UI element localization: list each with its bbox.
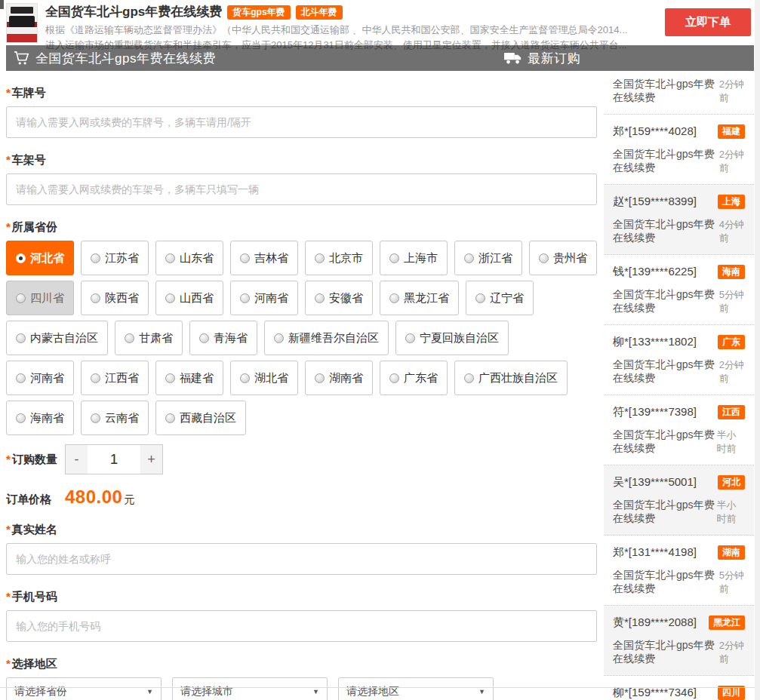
province-option[interactable]: 山西省 [155, 281, 223, 315]
province-option[interactable]: 云南省 [81, 401, 149, 435]
province-badge: 黑龙江 [709, 616, 745, 630]
radio-icon [165, 293, 175, 303]
quantity-increase-button[interactable]: + [140, 444, 163, 474]
district-select[interactable]: 请选择地区 ▼ [338, 677, 494, 700]
radio-icon [91, 413, 100, 423]
order-buyer: 吴*[139****5001] [613, 475, 697, 490]
order-now-button[interactable]: 立即下单 [665, 8, 751, 36]
product-logo-image [6, 3, 38, 43]
quantity-row: *订购数量 - 1 + [6, 444, 597, 474]
province-option[interactable]: 贵州省 [529, 241, 597, 275]
province-option[interactable]: 甘肃省 [115, 321, 183, 355]
province-option[interactable]: 海南省 [6, 401, 74, 435]
required-mark: * [6, 220, 11, 233]
radio-icon [539, 253, 549, 263]
price-value: 480.00 [65, 487, 122, 508]
province-option[interactable]: 西藏自治区 [155, 401, 246, 435]
quantity-value[interactable]: 1 [88, 444, 140, 474]
header-text-block: 全国货车北斗gps年费在线续费 货车gps年费 北斗年费 根据《道路运输车辆动态… [45, 3, 752, 51]
province-option[interactable]: 北京市 [305, 241, 373, 275]
province-option[interactable]: 广西壮族自治区 [454, 361, 568, 395]
radio-icon [91, 253, 100, 263]
main-content: *车牌号 *车架号 *所属省份 河北省 江苏省 山东省 吉林省 北京市 上海市 … [6, 71, 754, 700]
province-option[interactable]: 辽宁省 [466, 281, 534, 315]
required-mark: * [6, 86, 11, 99]
province-badge: 海南 [718, 265, 745, 279]
order-buyer: 黄*[189****2088] [613, 616, 697, 630]
province-option[interactable]: 黑龙江省 [380, 281, 459, 315]
product-header: 全国货车北斗gps年费在线续费 货车gps年费 北斗年费 根据《道路运输车辆动态… [0, 0, 760, 51]
radio-icon [389, 253, 399, 263]
phone-label: *手机号码 [6, 590, 597, 603]
province-option[interactable]: 山东省 [155, 241, 223, 275]
price-unit: 元 [124, 493, 134, 507]
province-option[interactable]: 吉林省 [230, 241, 298, 275]
province-option[interactable]: 新疆维吾尔自治区 [264, 321, 389, 355]
province-row-5: 海南省 云南省 西藏自治区 [6, 401, 597, 435]
province-row-3: 内蒙古自治区 甘肃省 青海省 新疆维吾尔自治区 宁夏回族自治区 [6, 321, 597, 355]
real-name-input[interactable] [6, 543, 597, 575]
radio-icon [16, 253, 26, 263]
order-item: 吴*[139****5001] 河北 全国货车北斗gps年费在线续费 半小时前 [604, 465, 754, 536]
phone-input[interactable] [6, 610, 597, 642]
province-option[interactable]: 福建省 [155, 361, 223, 395]
cart-icon [14, 51, 30, 66]
vin-label: *车架号 [6, 153, 597, 167]
plate-number-input[interactable] [6, 106, 597, 138]
radio-icon [16, 373, 26, 383]
radio-icon [315, 293, 325, 303]
province-option[interactable]: 上海市 [380, 241, 448, 275]
province-option[interactable]: 湖南省 [305, 361, 373, 395]
price-label: 订单价格 [6, 493, 65, 507]
order-time: 4分钟前 [719, 218, 745, 245]
province-row-2: 四川省 陕西省 山西省 河南省 安徽省 黑龙江省 辽宁省 [6, 281, 597, 315]
city-select[interactable]: 请选择城市 ▼ [172, 677, 328, 700]
province-option-sichuan-hover[interactable]: 四川省 [6, 281, 74, 315]
radio-icon [240, 373, 250, 383]
order-item: 郑*[159****4028] 福建 全国货车北斗gps年费在线续费 2分钟前 [604, 115, 754, 185]
province-option[interactable]: 陕西省 [81, 281, 149, 315]
order-buyer: 郑*[159****4028] [613, 124, 697, 139]
province-row-1: 河北省 江苏省 山东省 吉林省 北京市 上海市 浙江省 贵州省 [6, 241, 597, 275]
chevron-down-icon: ▼ [478, 688, 485, 695]
radio-icon [240, 293, 250, 303]
province-badge: 福建 [718, 124, 745, 139]
order-time: 半小时前 [716, 428, 745, 456]
radio-icon [405, 333, 415, 343]
order-time: 2分钟前 [719, 358, 745, 385]
order-buyer: 柳*[133****1802] [613, 335, 697, 349]
order-time: 2分钟前 [719, 78, 745, 105]
region-label: *选择地区 [6, 657, 597, 671]
province-option[interactable]: 广东省 [380, 361, 448, 395]
radio-icon [91, 373, 100, 383]
province-option[interactable]: 河南省 [6, 361, 74, 395]
order-time: 5分钟前 [719, 288, 745, 315]
province-option[interactable]: 江苏省 [81, 241, 149, 275]
province-badge: 江西 [718, 405, 745, 419]
page-title: 全国货车北斗gps年费在线续费 [45, 3, 222, 21]
province-option[interactable]: 江西省 [81, 361, 149, 395]
province-option-hebei-selected[interactable]: 河北省 [6, 241, 74, 275]
province-option[interactable]: 内蒙古自治区 [6, 321, 108, 355]
radio-icon [274, 333, 284, 343]
province-option[interactable]: 青海省 [189, 321, 257, 355]
required-mark: * [6, 590, 11, 603]
province-option[interactable]: 安徽省 [305, 281, 373, 315]
quantity-decrease-button[interactable]: - [65, 444, 88, 474]
required-mark: * [6, 523, 11, 536]
province-option[interactable]: 浙江省 [454, 241, 522, 275]
vin-input[interactable] [6, 173, 597, 205]
province-badge: 广东 [718, 335, 745, 349]
province-badge: 湖南 [718, 545, 745, 560]
order-buyer: 赵*[159****8399] [613, 195, 697, 209]
province-select[interactable]: 请选择省份 ▼ [6, 677, 162, 700]
province-badge: 上海 [718, 195, 745, 209]
province-option[interactable]: 河南省 [230, 281, 298, 315]
radio-icon [315, 373, 325, 383]
province-option[interactable]: 湖北省 [230, 361, 298, 395]
radio-icon [199, 333, 209, 343]
order-buyer: 郑*[131****4198] [613, 545, 697, 560]
province-option[interactable]: 宁夏回族自治区 [395, 321, 509, 355]
order-item: 全国货车北斗gps年费在线续费 2分钟前 [604, 71, 754, 115]
required-mark: * [6, 657, 11, 670]
